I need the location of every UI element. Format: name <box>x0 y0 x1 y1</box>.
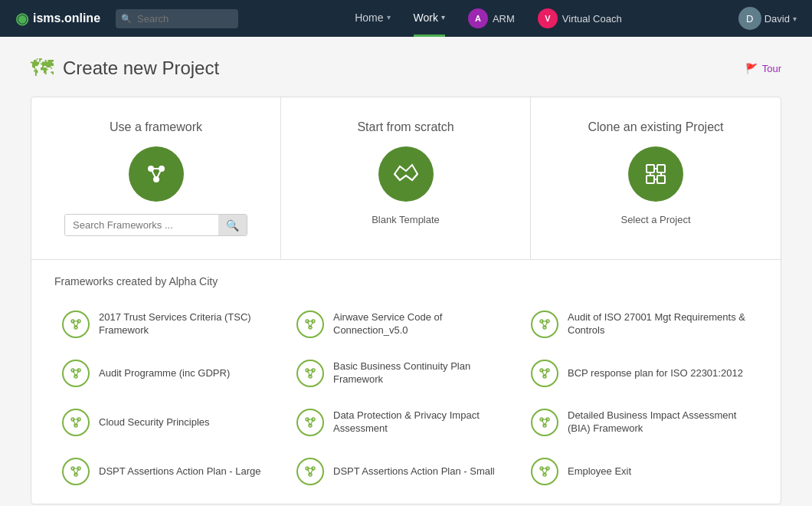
svg-rect-7 <box>657 165 665 172</box>
nav-home[interactable]: Home ▾ <box>355 0 390 37</box>
nav-right: D David ▾ <box>738 7 797 30</box>
svg-rect-8 <box>647 176 654 183</box>
framework-item-name: Audit of ISO 27001 Mgt Requirements & Co… <box>568 311 750 337</box>
chevron-down-icon: ▾ <box>793 15 797 23</box>
frameworks-section-title: Frameworks created by Alpha City <box>54 275 758 288</box>
list-item[interactable]: Employee Exit <box>523 447 758 496</box>
tour-button[interactable]: 🚩 Tour <box>745 63 781 74</box>
framework-item-icon <box>62 310 90 338</box>
framework-item-icon <box>296 458 324 485</box>
framework-item-name: DSPT Assertions Action Plan - Large <box>99 465 260 478</box>
option-title-framework: Use a framework <box>110 120 202 134</box>
framework-item-name: 2017 Trust Services Criteria (TSC) Frame… <box>99 311 281 337</box>
list-item[interactable]: Audit of ISO 27001 Mgt Requirements & Co… <box>523 300 758 349</box>
search-framework: 🔍 <box>64 214 247 236</box>
logo-icon: ◉ <box>15 9 28 28</box>
user-menu[interactable]: D David ▾ <box>738 7 797 30</box>
chevron-down-icon: ▾ <box>387 13 391 21</box>
framework-item-name: Data Protection & Privacy Impact Assessm… <box>333 409 516 435</box>
list-item[interactable]: Basic Business Continuity Plan Framework <box>289 349 523 398</box>
svg-rect-9 <box>657 176 665 183</box>
framework-item-name: Cloud Security Principles <box>99 416 210 429</box>
avatar: D <box>738 7 761 30</box>
list-item[interactable]: 2017 Trust Services Criteria (TSC) Frame… <box>54 300 289 349</box>
framework-icon[interactable] <box>129 146 184 202</box>
page-header: 🗺 Create new Project 🚩 Tour <box>0 37 812 97</box>
framework-item-icon <box>531 360 558 387</box>
logo-text: isms.online <box>33 12 100 25</box>
nav-arm[interactable]: A ARM <box>468 8 515 28</box>
svg-rect-6 <box>647 165 654 172</box>
select-project-icon[interactable] <box>628 146 683 202</box>
list-item[interactable]: Audit Programme (inc GDPR) <box>54 349 289 398</box>
framework-item-name: DSPT Assertions Action Plan - Small <box>333 465 495 478</box>
search-input[interactable] <box>116 9 238 28</box>
framework-item-icon <box>296 310 324 338</box>
blank-template-label: Blank Template <box>372 214 440 225</box>
list-item[interactable]: Detailed Business Impact Assessment (BIA… <box>523 398 758 447</box>
framework-item-name: Employee Exit <box>568 465 631 478</box>
chevron-down-icon: ▾ <box>441 13 445 21</box>
nav-left: ◉ isms.online <box>15 9 238 28</box>
select-project-label: Select a Project <box>620 214 690 225</box>
framework-item-icon <box>531 409 558 436</box>
list-item[interactable]: Cloud Security Principles <box>54 398 289 447</box>
search-wrapper <box>116 9 238 28</box>
framework-item-icon <box>531 458 558 485</box>
vc-badge-icon: V <box>538 8 558 28</box>
framework-item-icon <box>296 360 324 387</box>
svg-line-5 <box>156 169 162 179</box>
nav-virtual-coach[interactable]: V Virtual Coach <box>538 8 622 28</box>
svg-line-4 <box>151 169 156 179</box>
framework-item-name: Detailed Business Impact Assessment (BIA… <box>568 409 750 435</box>
framework-item-name: Airwave Service Code of Connection_v5.0 <box>333 311 516 337</box>
navbar: ◉ isms.online Home ▾ Work ▾ A ARM V Virt… <box>0 0 812 37</box>
frameworks-grid: 2017 Trust Services Criteria (TSC) Frame… <box>54 300 758 496</box>
nav-work[interactable]: Work ▾ <box>414 0 445 37</box>
framework-item-icon <box>62 360 90 387</box>
frameworks-section: Frameworks created by Alpha City 2017 Tr… <box>31 260 781 504</box>
flag-icon: 🚩 <box>745 63 758 74</box>
list-item[interactable]: BCP response plan for ISO 22301:2012 <box>523 349 758 398</box>
list-item[interactable]: DSPT Assertions Action Plan - Small <box>289 447 523 496</box>
option-clone: Clone an existing Project Select a Proje… <box>531 97 781 259</box>
framework-item-icon <box>62 409 90 436</box>
main-card: Use a framework 🔍 Start from scratch <box>31 97 781 504</box>
arm-badge-icon: A <box>468 8 488 28</box>
framework-item-name: Basic Business Continuity Plan Framework <box>333 360 516 386</box>
framework-search-input[interactable] <box>65 215 218 235</box>
option-title-clone: Clone an existing Project <box>588 120 724 134</box>
option-title-scratch: Start from scratch <box>357 120 453 134</box>
framework-item-icon <box>531 310 558 338</box>
nav-center: Home ▾ Work ▾ A ARM V Virtual Coach <box>355 0 621 37</box>
list-item[interactable]: Data Protection & Privacy Impact Assessm… <box>289 398 523 447</box>
map-icon: 🗺 <box>31 55 54 81</box>
framework-item-name: BCP response plan for ISO 22301:2012 <box>568 367 743 380</box>
user-label: David <box>765 13 790 25</box>
page-title: 🗺 Create new Project <box>31 55 219 81</box>
option-scratch: Start from scratch Blank Template <box>281 97 531 259</box>
blank-template-icon[interactable] <box>378 146 434 202</box>
options-row: Use a framework 🔍 Start from scratch <box>31 97 781 260</box>
framework-item-icon <box>62 458 90 485</box>
framework-item-name: Audit Programme (inc GDPR) <box>99 367 230 380</box>
framework-item-icon <box>296 409 324 436</box>
list-item[interactable]: Airwave Service Code of Connection_v5.0 <box>289 300 523 349</box>
option-use-framework: Use a framework 🔍 <box>31 97 281 259</box>
logo: ◉ isms.online <box>15 9 100 28</box>
framework-search-button[interactable]: 🔍 <box>218 215 247 235</box>
list-item[interactable]: DSPT Assertions Action Plan - Large <box>54 447 289 496</box>
